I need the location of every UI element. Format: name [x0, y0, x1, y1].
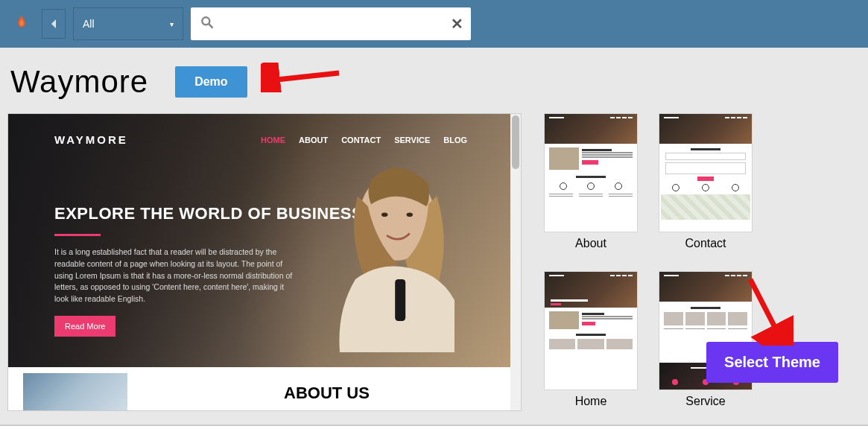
- nav-link: HOME: [261, 136, 285, 144]
- demo-button[interactable]: Demo: [175, 66, 247, 98]
- svg-line-7: [750, 279, 779, 334]
- thumbnail-service[interactable]: Service: [659, 271, 753, 408]
- svg-point-5: [407, 212, 413, 217]
- preview-scrollbar[interactable]: [510, 114, 521, 410]
- nav-link: ABOUT: [299, 136, 328, 144]
- title-row: Waymore Demo: [0, 48, 868, 113]
- search-icon: [200, 15, 215, 33]
- thumbnail-about[interactable]: About: [544, 113, 638, 250]
- nav-link: CONTACT: [341, 136, 381, 144]
- search-input[interactable]: [191, 7, 471, 40]
- thumbnail-label: Home: [544, 390, 638, 408]
- page-title: Waymore: [10, 64, 148, 100]
- hero-person-image: [282, 144, 491, 352]
- theme-preview-frame[interactable]: WAYMORE HOME ABOUT CONTACT SERVICE BLOG …: [7, 113, 522, 411]
- read-more-button: Read More: [54, 316, 115, 337]
- nav-link: BLOG: [443, 136, 467, 144]
- about-heading: ABOUT US: [284, 384, 370, 403]
- annotation-arrow-demo: [261, 63, 343, 92]
- search-wrapper: ✕: [191, 7, 471, 40]
- annotation-arrow-select-theme: [741, 275, 793, 346]
- thumbnail-home[interactable]: Home: [544, 271, 638, 408]
- top-toolbar: All ▾ ✕: [0, 0, 868, 48]
- back-button[interactable]: [42, 9, 66, 39]
- thumbnail-contact[interactable]: Contact: [659, 113, 753, 250]
- category-filter-dropdown[interactable]: All ▾: [73, 7, 183, 40]
- svg-rect-6: [395, 279, 405, 321]
- svg-line-2: [270, 73, 339, 80]
- preview-about-section: ABOUT US: [8, 367, 521, 411]
- svg-point-0: [202, 17, 209, 25]
- svg-line-1: [209, 25, 213, 28]
- filter-label: All: [83, 18, 95, 30]
- preview-logo: WAYMORE: [54, 133, 128, 146]
- chevron-down-icon: ▾: [170, 20, 174, 28]
- preview-nav-links: HOME ABOUT CONTACT SERVICE BLOG: [261, 136, 467, 144]
- thumbnail-label: Service: [659, 390, 753, 408]
- thumbnail-label: About: [544, 232, 638, 250]
- preview-paragraph: It is a long established fact that a rea…: [54, 247, 300, 305]
- preview-hero: WAYMORE HOME ABOUT CONTACT SERVICE BLOG …: [8, 114, 521, 367]
- select-theme-button[interactable]: Select Theme: [706, 342, 838, 383]
- thumbnail-label: Contact: [659, 232, 753, 250]
- about-image: [23, 373, 127, 410]
- nav-link: SERVICE: [394, 136, 430, 144]
- chevron-left-icon: [50, 19, 57, 29]
- svg-point-4: [381, 212, 387, 217]
- app-logo-icon: [9, 11, 34, 36]
- clear-search-icon[interactable]: ✕: [451, 15, 463, 33]
- headline-underline: [54, 234, 101, 236]
